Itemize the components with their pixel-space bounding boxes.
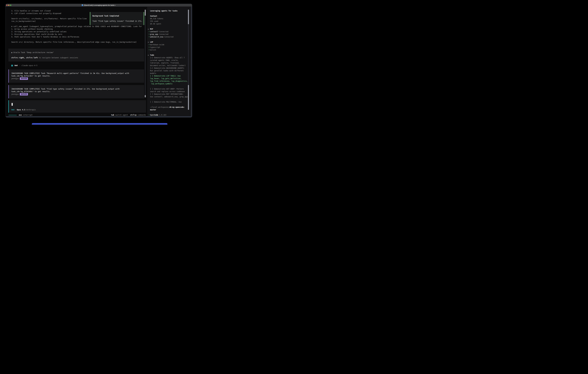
sidebar-content: Leveraging agents for tasks Context 66,5… — [150, 10, 188, 116]
esc-key-hint: esc — [19, 114, 22, 116]
title-bar: [OpenCode] Leveraging agents for tasks ◐ — [6, 4, 192, 7]
app-name: Open — [150, 114, 154, 116]
version-row: •OpenCode1.0.163 — [150, 114, 188, 116]
lsp-heading: LSP — [150, 41, 153, 43]
mcp-name: websearch_exa — [150, 36, 163, 38]
lsp-item: •eslint — [150, 49, 188, 51]
todo-line: [✓] Demonstrate BACKGROUND AGENTS: — [150, 67, 188, 69]
lsp-name: eslint — [150, 49, 156, 51]
input-model: Opus 4.5 — [17, 108, 25, 111]
app-name-bold: Code — [154, 114, 158, 116]
context-used: 33% used — [150, 20, 188, 22]
lsp-section-header[interactable]: ▼LSP — [150, 41, 188, 43]
todo-line: [ ] Demonstrate MCP INTEGRATIONS: — [150, 93, 188, 95]
tool-call-line: 1. Array access without bounds checking — [11, 28, 142, 30]
session-title: Leveraging agents for tasks — [150, 10, 188, 12]
todo-line: [ ] Demonstrate MULTIMODAL: Use — [150, 101, 188, 103]
tool-call-line: 2. String operations on potentially unde… — [11, 30, 142, 33]
minimize-button[interactable] — [8, 5, 10, 6]
todo-line: curated agents (OmO, oracle, — [150, 59, 188, 62]
message-line: [BACKGROUND TASK COMPLETED] Task "Resear… — [11, 72, 144, 75]
tool-call-line — [11, 38, 142, 41]
zoom-button[interactable] — [10, 5, 11, 6]
todo-item: [ ] Demonstrate MULTIMODAL: Use — [150, 101, 188, 103]
tab-key-hint: tab — [111, 114, 114, 116]
sidebar-scrollbar[interactable] — [188, 10, 189, 110]
document-icon — [82, 4, 83, 6]
todo-section-header[interactable]: ▼Todo — [150, 54, 188, 56]
tool-call-line: Search src/ directory. Return specific f… — [11, 41, 142, 43]
chevron-down-icon: ▼ — [148, 41, 150, 43]
todo-line: lsp_workspace_symbols — [150, 83, 188, 85]
mcp-name: grep_app — [150, 33, 158, 35]
sidebar-scrollbar-thumb[interactable] — [188, 85, 189, 110]
workspace-prefix: ~/local-workspaces/ — [150, 106, 169, 108]
todo-line: Run parallel tasks with different — [150, 69, 188, 72]
message-meta: yeongyu QUEUED — [11, 77, 144, 80]
status-badge: QUEUED — [20, 77, 28, 80]
scrollback-line — [11, 15, 87, 17]
message-author: yeongyu — [11, 93, 19, 95]
toast-body: Task "Find type safety issues" finished … — [93, 20, 144, 22]
agent-separator: · — [19, 64, 20, 67]
message-block: [BACKGROUND TASK COMPLETED] Task "Resear… — [8, 69, 144, 83]
message-author: yeongyu — [11, 77, 19, 80]
todo-line: document-writer, multimodal-looker) — [150, 64, 188, 67]
prompt-input[interactable]: OmO Opus 4.5 Anthropic — [8, 100, 146, 113]
mcp-heading: MCP — [150, 28, 153, 30]
todo-line: [ ] Demonstrate LSP TOOLS: Use — [150, 75, 188, 77]
mcp-status: Connected — [164, 36, 173, 38]
window-edge-strip — [191, 7, 192, 116]
main-scrollbar[interactable] — [145, 10, 146, 97]
message-line: task_id="bg_dcfac161" to get results. — [11, 75, 144, 77]
todo-line: [ ] Demonstrate AST-GREP: Pattern — [150, 88, 188, 90]
statusbar-left: esc interrupt — [9, 114, 32, 116]
todo-line: lsp_hover, lsp_goto_definition, — [150, 77, 188, 80]
message-meta: yeongyu QUEUED — [11, 93, 144, 95]
chevron-down-icon: ▼ — [148, 28, 150, 31]
dock-bar[interactable] — [32, 123, 168, 125]
main-scrollbar-thumb[interactable] — [145, 10, 146, 16]
todo-line: librarian, explore, frontend, — [150, 62, 188, 64]
scrollback-text: 3. File handles or streams not closed 4.… — [11, 10, 87, 22]
scrollback-line: 4. LSP client connections not properly d… — [11, 12, 87, 15]
lsp-item: •markdown-oxide — [150, 43, 188, 46]
bullet-icon: • — [149, 49, 150, 51]
oracle-hint-keys: ctrl+x right, ctrl+x left — [11, 57, 38, 59]
bullet-icon: • — [149, 30, 150, 33]
agent-square-icon — [11, 65, 13, 66]
agent-header: OmO · claude-opus-4-5 — [11, 64, 37, 67]
lsp-name: typescript — [150, 46, 160, 48]
agent-name: OmO — [14, 64, 18, 67]
main-scrollbar-thumb[interactable] — [145, 95, 146, 97]
esc-key-label: interrupt — [23, 114, 32, 116]
tool-call-text: ⚙ call_omo_agent [subagent_type=explore,… — [11, 25, 142, 43]
background-task-toast: Background Task Completed Task "Find typ… — [90, 12, 144, 25]
todo-line: models — [150, 72, 188, 75]
todo-line: Use context7, websearch_exa, grep_app — [150, 95, 188, 98]
sidebar-scrollbar-thumb[interactable] — [188, 10, 189, 24]
tool-call-line: ⚙ call_omo_agent [subagent_type=explore,… — [11, 25, 142, 28]
mcp-section-header[interactable]: ▼MCP — [150, 28, 188, 30]
message-line: task_id="bg_6f59260c" to get results. — [11, 90, 144, 93]
window-title: [OpenCode] Leveraging agents for tasks ◐ — [84, 4, 116, 6]
terminal-window: [OpenCode] Leveraging agents for tasks ◐… — [6, 4, 192, 117]
mcp-status: Connected — [159, 31, 168, 33]
workspace-path: ~/local-workspaces/oh-my-opencode: — [150, 106, 188, 108]
app-version: 1.0.163 — [159, 114, 166, 116]
todo-line: lsp_find_references, lsp_diagnostics, — [150, 80, 188, 83]
bullet-icon: • — [149, 114, 150, 116]
tool-call-line: 3. Division operations that could divide… — [11, 33, 142, 36]
todo-heading: Todo — [150, 54, 154, 56]
close-button[interactable] — [6, 5, 8, 6]
input-provider: Anthropic — [26, 108, 36, 111]
ctrlp-key-label: commands — [137, 114, 146, 116]
ctrlp-key-hint: ctrl+p — [130, 114, 136, 116]
status-badge: QUEUED — [20, 93, 28, 95]
mcp-item: •context7Connected — [150, 30, 188, 33]
bullet-icon: • — [149, 36, 150, 38]
scrollback-line: run_in_background=true] — [11, 20, 87, 22]
chevron-down-icon: ▼ — [148, 54, 150, 57]
scrollback-line: 3. File handles or streams not closed — [11, 10, 87, 12]
mcp-item: •grep_appConnected — [150, 33, 188, 36]
